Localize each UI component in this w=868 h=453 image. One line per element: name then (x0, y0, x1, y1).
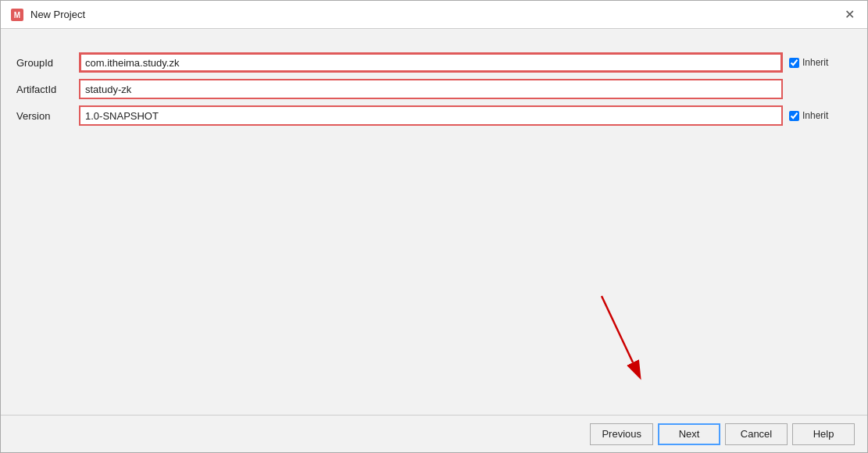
version-input-area (79, 105, 783, 126)
version-inherit-checkbox[interactable] (789, 111, 799, 121)
version-inherit: Inherit (789, 110, 852, 121)
previous-button[interactable]: Previous (590, 423, 653, 445)
groupid-row: GroupId Inherit (16, 52, 852, 73)
form-container: GroupId Inherit ArtifactId Version (16, 45, 852, 140)
groupid-inherit-checkbox[interactable] (789, 58, 799, 68)
version-label: Version (16, 110, 79, 122)
artifactid-row: ArtifactId (16, 79, 852, 99)
cancel-button[interactable]: Cancel (725, 423, 788, 445)
artifactid-input-area (79, 79, 783, 99)
version-input[interactable] (79, 105, 783, 126)
title-bar: M New Project ✕ (1, 1, 867, 29)
next-button[interactable]: Next (658, 423, 720, 445)
groupid-input[interactable] (79, 52, 783, 73)
new-project-dialog: M New Project ✕ GroupId Inherit A (0, 0, 868, 453)
close-button[interactable]: ✕ (841, 6, 858, 23)
bottom-bar: Previous Next Cancel Help (1, 415, 867, 452)
version-row: Version Inherit (16, 105, 852, 126)
groupid-inherit: Inherit (789, 57, 852, 68)
dialog-title: New Project (30, 9, 85, 20)
artifactid-label: ArtifactId (16, 84, 79, 95)
svg-text:M: M (14, 11, 20, 20)
help-button[interactable]: Help (792, 423, 855, 445)
groupid-inherit-label: Inherit (802, 57, 828, 68)
groupid-label: GroupId (16, 57, 79, 69)
groupid-input-area (79, 52, 783, 73)
artifactid-input[interactable] (79, 79, 783, 99)
version-inherit-label: Inherit (802, 110, 828, 121)
app-icon: M (10, 8, 24, 22)
content-area: GroupId Inherit ArtifactId Version (1, 29, 867, 415)
